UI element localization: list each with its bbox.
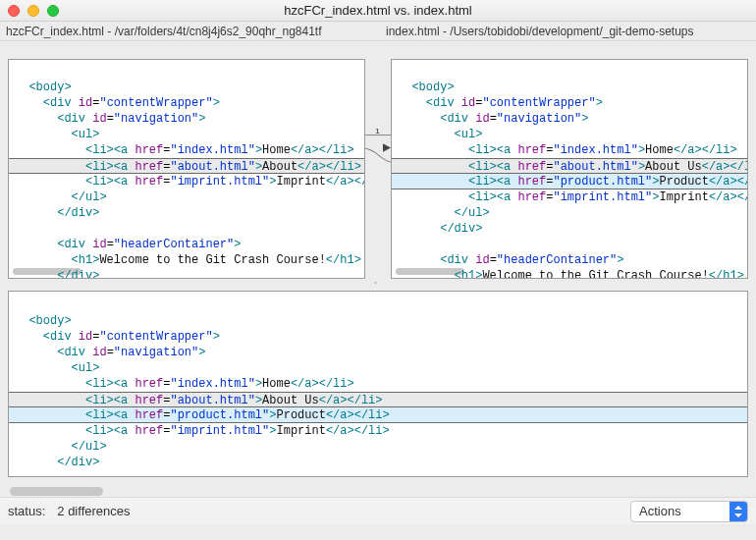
code-line[interactable]: <li><a href="index.html">Home</a></li> bbox=[15, 376, 741, 392]
status-value: 2 differences bbox=[57, 504, 130, 518]
code-line[interactable]: </div> bbox=[15, 205, 358, 221]
code-line[interactable]: <li><a href="index.html">Home</a></li> bbox=[15, 142, 358, 158]
diff-split-view: <body> <div id="contentWrapper"> <div id… bbox=[0, 41, 756, 287]
code-line[interactable]: <body> bbox=[15, 313, 741, 329]
merge-arrow-icon[interactable] bbox=[383, 143, 391, 152]
split-resize-handle-icon[interactable] bbox=[374, 278, 382, 286]
code-line[interactable]: <li><a href="imprint.html">Imprint</a></… bbox=[15, 423, 741, 439]
diff-connector-gutter: 1 bbox=[365, 59, 391, 279]
status-label: status: bbox=[8, 504, 45, 518]
code-line[interactable]: <li><a href="index.html">Home</a></li> bbox=[398, 142, 741, 158]
code-line[interactable]: <body> bbox=[15, 80, 358, 95]
code-line[interactable]: <li><a href="about.html">About Us</a></l… bbox=[392, 158, 747, 174]
merged-result-wrap: <body> <div id="contentWrapper"> <div id… bbox=[0, 287, 756, 497]
code-line[interactable]: <body> bbox=[398, 80, 741, 95]
code-line[interactable]: <li><a href="imprint.html">Imprint</a></… bbox=[15, 174, 358, 189]
code-line[interactable]: <li><a href="product.html">Product</a></… bbox=[392, 174, 747, 189]
code-line[interactable]: </ul> bbox=[15, 189, 358, 205]
left-code-view[interactable]: <body> <div id="contentWrapper"> <div id… bbox=[9, 60, 364, 279]
chevron-updown-icon bbox=[729, 502, 747, 521]
right-file-path: index.html - /Users/tobidobi/development… bbox=[376, 22, 756, 40]
minimize-window-button[interactable] bbox=[27, 5, 39, 17]
file-path-bar: hzcFCr_index.html - /var/folders/4t/cn8j… bbox=[0, 22, 756, 41]
code-line[interactable]: <ul> bbox=[398, 127, 741, 142]
right-diff-pane[interactable]: <body> <div id="contentWrapper"> <div id… bbox=[391, 59, 748, 279]
code-line[interactable]: <div id="contentWrapper"> bbox=[398, 95, 741, 111]
code-line[interactable]: <div id="contentWrapper"> bbox=[15, 329, 741, 345]
status-bar: status: 2 differences Actions bbox=[0, 497, 756, 524]
code-line[interactable]: <ul> bbox=[15, 127, 358, 142]
code-line[interactable]: </ul> bbox=[15, 439, 741, 455]
right-code-view[interactable]: <body> <div id="contentWrapper"> <div id… bbox=[392, 60, 747, 279]
code-line[interactable]: <div id="navigation"> bbox=[15, 345, 741, 360]
close-window-button[interactable] bbox=[8, 5, 20, 17]
code-line[interactable]: </div> bbox=[398, 221, 741, 237]
code-line[interactable]: <div id="navigation"> bbox=[398, 111, 741, 127]
code-line[interactable]: <div id="navigation"> bbox=[15, 111, 358, 127]
merged-horizontal-scrollbar[interactable] bbox=[10, 487, 103, 496]
window-title: hzcFCr_index.html vs. index.html bbox=[0, 3, 756, 18]
connector-label: 1 bbox=[375, 126, 380, 135]
zoom-window-button[interactable] bbox=[47, 5, 59, 17]
code-line[interactable]: <li><a href="product.html">Product</a></… bbox=[9, 407, 747, 423]
merged-result-pane[interactable]: <body> <div id="contentWrapper"> <div id… bbox=[8, 291, 748, 477]
code-line[interactable]: <li><a href="about.html">About Us</a></l… bbox=[9, 392, 747, 407]
merged-code-view[interactable]: <body> <div id="contentWrapper"> <div id… bbox=[9, 292, 747, 477]
code-line[interactable]: <div id="contentWrapper"> bbox=[15, 95, 358, 111]
code-line[interactable]: <ul> bbox=[15, 360, 741, 376]
code-line[interactable]: </ul> bbox=[398, 205, 741, 221]
left-file-path: hzcFCr_index.html - /var/folders/4t/cn8j… bbox=[0, 22, 376, 40]
actions-dropdown[interactable]: Actions bbox=[630, 501, 748, 522]
actions-dropdown-label: Actions bbox=[631, 504, 729, 518]
code-line[interactable]: <div id="headerContainer"> bbox=[398, 252, 741, 268]
code-line[interactable]: <h1>Welcome to the Git Crash Course!</h1… bbox=[15, 252, 358, 268]
code-line[interactable]: </div> bbox=[15, 268, 358, 279]
code-line[interactable]: <li><a href="imprint.html">Imprint</a></… bbox=[398, 189, 741, 205]
code-line[interactable]: <li><a href="about.html">About</a></li> bbox=[9, 158, 364, 174]
code-line[interactable]: <h1>Welcome to the Git Crash Course!</h1… bbox=[398, 268, 741, 279]
window-titlebar: hzcFCr_index.html vs. index.html bbox=[0, 0, 756, 22]
left-diff-pane[interactable]: <body> <div id="contentWrapper"> <div id… bbox=[8, 59, 365, 279]
code-line[interactable]: </div> bbox=[15, 455, 741, 470]
window-controls bbox=[0, 5, 59, 17]
code-line[interactable]: <div id="headerContainer"> bbox=[15, 237, 358, 252]
